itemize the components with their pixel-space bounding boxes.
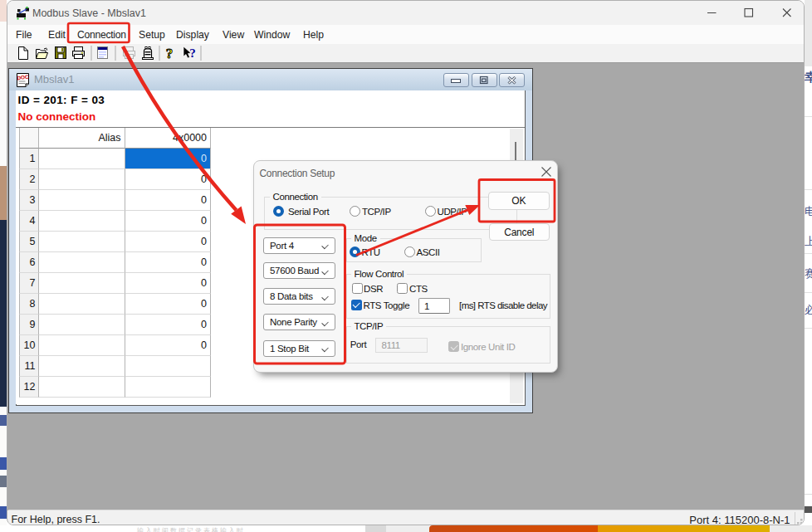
svg-text:?: ?: [166, 46, 174, 61]
